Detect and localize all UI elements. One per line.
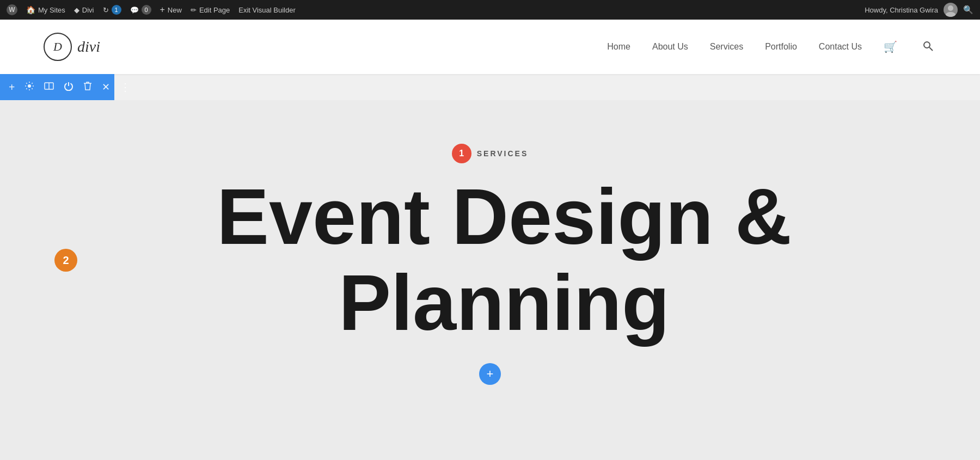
my-sites-button[interactable]: 🏠 My Sites <box>26 5 65 14</box>
updates-button[interactable]: ↻ 1 <box>103 5 121 15</box>
divi-icon: ◆ <box>74 6 79 14</box>
wordpress-logo-icon: W <box>7 4 17 15</box>
nav-services[interactable]: Services <box>710 42 743 52</box>
more-options-button[interactable]: ⋮ <box>120 81 131 94</box>
close-button[interactable]: ✕ <box>102 81 110 93</box>
divi-toolbar: + ✕ ⋮ <box>0 74 114 100</box>
trash-button[interactable] <box>83 81 92 93</box>
add-module-button[interactable]: + <box>9 81 15 94</box>
comments-button[interactable]: 💬 0 <box>130 5 151 15</box>
divi-button[interactable]: ◆ Divi <box>74 6 94 14</box>
main-nav: Home About Us Services Portfolio Contact… <box>607 37 936 57</box>
svg-point-2 <box>924 42 930 48</box>
site-header: D divi Home About Us Services Portfolio … <box>0 20 980 74</box>
edit-page-button[interactable]: ✏ Edit Page <box>191 6 230 14</box>
updates-badge: 1 <box>112 5 121 15</box>
admin-bar-right: Howdy, Christina Gwira 🔍 <box>865 3 973 17</box>
add-section-button[interactable]: + <box>479 363 501 385</box>
services-label: SERVICES <box>477 149 529 158</box>
nav-contact-us[interactable]: Contact Us <box>819 42 862 52</box>
plus-icon: + <box>160 5 165 15</box>
new-content-button[interactable]: + New <box>160 5 182 15</box>
avatar <box>944 3 958 17</box>
power-button[interactable] <box>64 81 74 93</box>
badge-number-1: 1 <box>452 144 471 163</box>
nav-portfolio[interactable]: Portfolio <box>765 42 797 52</box>
search-icon[interactable]: 🔍 <box>963 5 973 15</box>
services-section: Private Party Nisl massa, ultrices vitae… <box>0 434 980 460</box>
svg-line-3 <box>929 47 933 51</box>
settings-button[interactable] <box>24 81 34 93</box>
svg-point-4 <box>28 84 31 88</box>
svg-point-1 <box>946 12 955 17</box>
badge-number-2: 2 <box>54 249 77 272</box>
main-content: 1 SERVICES 2 Event Design & Planning + <box>0 100 980 460</box>
search-button[interactable] <box>919 37 936 57</box>
layout-button[interactable] <box>44 82 54 92</box>
pencil-icon: ✏ <box>191 6 197 14</box>
wp-logo-button[interactable]: W <box>7 4 17 15</box>
cart-icon[interactable]: 🛒 <box>884 40 897 53</box>
logo-circle-icon: D <box>44 33 72 61</box>
admin-bar: W 🏠 My Sites ◆ Divi ↻ 1 💬 0 + New ✏ Edit… <box>0 0 980 20</box>
site-logo[interactable]: D divi <box>44 33 100 61</box>
updates-icon: ↻ <box>103 6 109 14</box>
page-title: Event Design & Planning <box>83 174 926 347</box>
svg-point-0 <box>948 5 953 11</box>
hero-section: 1 SERVICES 2 Event Design & Planning + <box>0 133 980 434</box>
hero-title: 2 Event Design & Planning <box>0 174 980 347</box>
exit-visual-builder-button[interactable]: Exit Visual Builder <box>238 6 296 14</box>
user-greeting: Howdy, Christina Gwira <box>865 6 938 14</box>
logo-name: divi <box>77 38 100 56</box>
house-icon: 🏠 <box>26 5 35 14</box>
services-badge: 1 SERVICES <box>452 144 529 163</box>
comments-icon: 💬 <box>130 6 139 14</box>
nav-about-us[interactable]: About Us <box>652 42 688 52</box>
service-item-private-party: Private Party Nisl massa, ultrices vitae… <box>109 445 871 460</box>
nav-home[interactable]: Home <box>607 42 630 52</box>
comments-badge: 0 <box>142 5 151 15</box>
